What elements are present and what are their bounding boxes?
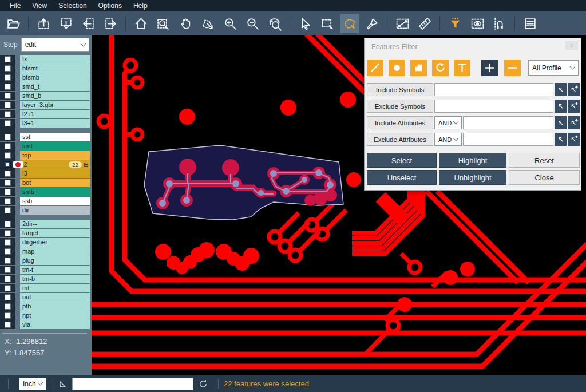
layer-name-cell[interactable]: smt — [20, 142, 90, 151]
toolbar-pan-up-button[interactable] — [34, 14, 53, 33]
menu-file[interactable]: File — [5, 1, 26, 11]
layer-row-map[interactable]: map — [0, 247, 92, 256]
layer-name-cell[interactable]: sst — [20, 133, 90, 141]
layer-checkbox[interactable] — [5, 303, 11, 310]
toolbar-zoom-in-button[interactable] — [220, 14, 240, 33]
layer-row-l3+1[interactable]: l3+1 — [0, 119, 92, 128]
layer-checkbox[interactable] — [5, 152, 11, 159]
draw-pad-button[interactable] — [389, 60, 405, 76]
menu-selection[interactable]: Selection — [53, 1, 92, 11]
add-filter-button[interactable] — [481, 60, 498, 76]
layer-row-bfsmt[interactable]: bfsmt — [0, 64, 92, 73]
layer-name-cell[interactable]: l3+1 — [20, 119, 90, 128]
layer-row-out[interactable]: out — [0, 293, 92, 302]
pick-add-from-canvas-button[interactable] — [568, 116, 580, 129]
layer-row-pth[interactable]: pth — [0, 302, 92, 311]
exclude-symbols-button[interactable]: Exclude Symbols — [367, 100, 433, 113]
layer-row-target[interactable]: target — [0, 229, 92, 237]
unit-select[interactable]: Inch — [19, 378, 46, 390]
layer-row-top[interactable]: top — [0, 151, 92, 160]
layer-name-cell[interactable]: mt — [20, 284, 90, 292]
layer-row-mt[interactable]: mt — [0, 284, 92, 292]
layer-name-cell[interactable]: fx — [20, 55, 90, 64]
layer-name-cell[interactable]: target — [20, 229, 90, 237]
layer-row-tm-b[interactable]: tm-b — [0, 275, 92, 283]
layer-row-l2[interactable]: l222⊞ — [0, 160, 92, 169]
layer-row-dir[interactable]: dir — [0, 206, 92, 215]
layer-checkbox[interactable] — [5, 93, 11, 99]
layer-name-cell[interactable]: tm-t — [20, 266, 90, 274]
menu-help[interactable]: Help — [128, 1, 153, 11]
layer-checkbox[interactable] — [5, 65, 11, 72]
and-or-select[interactable]: AND — [434, 116, 462, 129]
layer-name-cell[interactable]: smd_t — [20, 82, 90, 91]
pick-add-from-canvas-button[interactable] — [568, 133, 580, 146]
pick-from-canvas-button[interactable] — [555, 133, 567, 146]
exclude-attributes-button[interactable]: Exclude Attributes — [367, 133, 433, 146]
toolbar-pan-left-button[interactable] — [78, 14, 98, 33]
toolbar-brush-button[interactable] — [362, 14, 382, 33]
toolbar-filter-button[interactable] — [445, 14, 465, 33]
layer-name-cell[interactable]: map — [20, 247, 90, 256]
toolbar-select-pointer-button[interactable] — [295, 14, 315, 33]
layer-checkbox[interactable] — [5, 198, 11, 204]
layer-row-plug[interactable]: plug — [0, 256, 92, 265]
layer-name-cell[interactable]: bfsmt — [20, 64, 90, 73]
layer-checkbox[interactable] — [5, 248, 11, 255]
and-or-select[interactable]: AND — [434, 133, 462, 146]
layer-checkbox[interactable] — [5, 322, 11, 328]
layer-checkbox[interactable] — [5, 120, 11, 126]
layer-checkbox[interactable] — [5, 143, 11, 149]
exclude-attributes-field[interactable] — [463, 133, 553, 146]
layer-name-cell[interactable]: smb — [20, 188, 90, 196]
layer-name-cell[interactable]: dir — [20, 206, 90, 215]
pick-add-from-canvas-button[interactable] — [568, 100, 580, 113]
angle-mode-icon[interactable] — [57, 378, 69, 390]
layer-row-layer_3.gbr[interactable]: layer_3.gbr — [0, 101, 92, 109]
layer-row-dirgerber[interactable]: dirgerber — [0, 238, 92, 247]
layer-row-tm-t[interactable]: tm-t — [0, 266, 92, 274]
toolbar-layers-panel-button[interactable] — [520, 14, 540, 33]
layer-row-npt[interactable]: npt — [0, 311, 92, 320]
layer-name-cell[interactable]: out — [20, 293, 90, 302]
unselect-button[interactable]: Unselect — [367, 170, 437, 185]
profile-select[interactable]: All Profile — [528, 60, 579, 76]
layer-name-cell[interactable]: top — [20, 151, 90, 160]
layer-name-cell[interactable]: l3 — [20, 169, 90, 178]
layer-checkbox[interactable] — [5, 294, 11, 300]
layer-name-cell[interactable]: bfsmb — [20, 73, 90, 82]
draw-surface-button[interactable] — [410, 60, 427, 76]
layer-name-cell[interactable]: l222⊞ — [20, 160, 90, 169]
layer-name-cell[interactable]: via — [20, 320, 90, 329]
layer-checkbox[interactable] — [5, 207, 11, 213]
layer-row-bot[interactable]: bot — [0, 179, 92, 187]
draw-line-button[interactable] — [367, 60, 383, 76]
toolbar-pan-right-button[interactable] — [101, 14, 120, 33]
highlight-button[interactable]: Highlight — [439, 153, 506, 168]
toolbar-measure-distance-button[interactable] — [393, 14, 412, 33]
menu-options[interactable]: Options — [93, 1, 127, 11]
layer-checkbox[interactable] — [5, 111, 11, 117]
pick-from-canvas-button[interactable] — [555, 100, 567, 113]
pick-from-canvas-button[interactable] — [555, 116, 567, 129]
toolbar-open-folder-button[interactable] — [3, 14, 23, 33]
layer-row-ssb[interactable]: ssb — [0, 197, 92, 205]
layer-name-cell[interactable]: smd_b — [20, 92, 90, 100]
toolbar-pan-down-button[interactable] — [56, 14, 76, 33]
unhighlight-button[interactable]: Unhighlight — [439, 170, 506, 185]
layer-row-l3[interactable]: l3 — [0, 169, 92, 178]
close-button[interactable]: Close — [509, 170, 580, 185]
toolbar-view-options-button[interactable] — [468, 14, 487, 33]
draw-text-button[interactable] — [454, 60, 470, 76]
refresh-icon[interactable] — [198, 379, 208, 389]
layer-name-cell[interactable]: layer_3.gbr — [20, 101, 90, 109]
layer-row-bfsmb[interactable]: bfsmb — [0, 73, 92, 82]
close-icon[interactable]: x — [565, 41, 578, 50]
layer-checkbox[interactable] — [5, 239, 11, 246]
layer-checkbox[interactable] — [5, 221, 11, 227]
layer-checkbox[interactable] — [5, 84, 11, 90]
menu-view[interactable]: View — [27, 1, 52, 11]
toolbar-zoom-previous-button[interactable] — [265, 14, 284, 33]
pick-from-canvas-button[interactable] — [555, 83, 567, 96]
layer-name-cell[interactable]: l2+1 — [20, 110, 90, 118]
